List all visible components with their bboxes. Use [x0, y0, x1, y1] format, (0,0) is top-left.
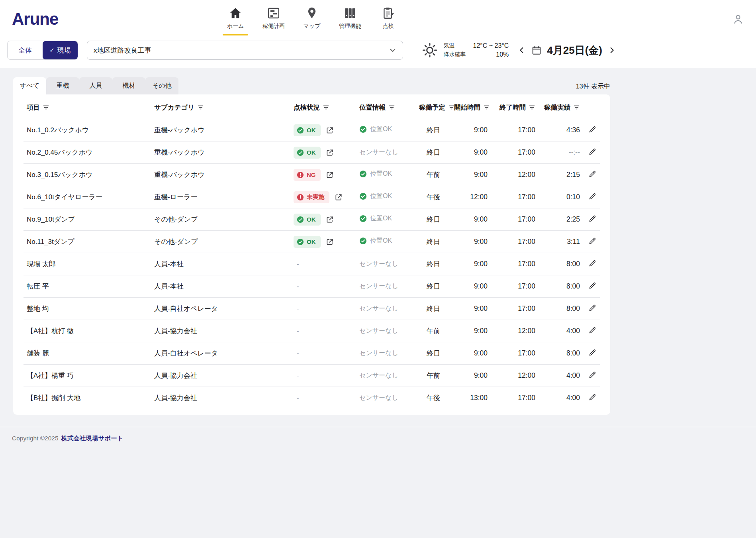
external-link-icon[interactable] [335, 193, 343, 201]
cell-item: 舗装 麗 [24, 342, 151, 365]
tab-all[interactable]: すべて [13, 77, 46, 94]
cell-edit [583, 253, 600, 275]
inspection-status-label: OK [307, 216, 316, 223]
cell-start: 9:00 [451, 365, 491, 387]
inspection-status-badge: OK [294, 124, 321, 136]
nav-item-admin[interactable]: 管理機能 [333, 3, 368, 35]
inspection-empty: - [294, 372, 299, 379]
cell-subcategory: 人員-自社オペレータ [151, 342, 290, 365]
inspection-status-label: 未実施 [307, 193, 325, 201]
filter-icon[interactable] [43, 104, 49, 112]
filter-icon[interactable] [323, 104, 329, 112]
cell-end: 17:00 [491, 186, 539, 208]
cell-edit [583, 298, 600, 320]
cell-start: 13:00 [451, 387, 491, 409]
external-link-icon[interactable] [326, 171, 334, 179]
calendar-icon [531, 45, 542, 55]
tab-equipment[interactable]: 機材 [112, 77, 145, 94]
cell-item: No.3_0.15バックホウ [24, 164, 151, 186]
cell-location: センサーなし [356, 275, 416, 298]
edit-row-button[interactable] [588, 125, 597, 134]
cell-inspection: - [290, 253, 356, 275]
nav-item-home[interactable]: ホーム [218, 3, 253, 35]
cell-item: 【B社】掘削 大地 [24, 387, 151, 409]
filter-icon[interactable] [529, 104, 535, 112]
cell-item: No.11_3tダンプ [24, 231, 151, 253]
edit-row-button[interactable] [588, 214, 597, 223]
column-label: 終了時間 [499, 104, 526, 111]
cell-actual: 4:00 [539, 320, 583, 342]
column-header-start: 開始時間 [451, 95, 491, 119]
cell-location: 位置OK [356, 186, 416, 208]
scope-site-button[interactable]: ✓ 現場 [43, 41, 78, 59]
filter-icon[interactable] [388, 104, 395, 112]
cell-end: 12:00 [491, 164, 539, 186]
cell-inspection: - [290, 365, 356, 387]
nav-item-map[interactable]: マップ [294, 3, 329, 35]
cell-actual: 2:25 [539, 208, 583, 231]
user-menu-button[interactable] [732, 13, 744, 25]
nav-item-inspection[interactable]: 点検 [371, 3, 406, 35]
cell-location: 位置OK [356, 208, 416, 231]
cell-actual: 8:00 [539, 342, 583, 365]
location-status: 位置OK [359, 214, 392, 223]
nav-item-label: 管理機能 [339, 23, 361, 30]
inspection-status-badge: NG [294, 169, 321, 181]
filter-icon[interactable] [197, 104, 204, 112]
cell-inspection: 未実施 [290, 186, 356, 208]
location-label: センサーなし [359, 304, 398, 313]
tab-heavy[interactable]: 重機 [46, 77, 79, 94]
edit-row-button[interactable] [588, 147, 597, 156]
edit-row-button[interactable] [588, 326, 597, 334]
location-status: 位置OK [359, 237, 392, 245]
site-selector-value: x地区道路改良工事 [94, 46, 151, 55]
edit-row-button[interactable] [588, 259, 597, 267]
edit-row-button[interactable] [588, 348, 597, 357]
edit-row-button[interactable] [588, 170, 597, 178]
site-selector[interactable]: x地区道路改良工事 [87, 41, 403, 60]
brand-logo[interactable]: Arune [12, 10, 58, 29]
cell-inspection: - [290, 387, 356, 409]
inspection-status-badge: OK [294, 147, 321, 159]
column-header-item: 項目 [24, 95, 151, 119]
external-link-icon[interactable] [326, 238, 334, 246]
inspection-status-badge: OK [294, 236, 321, 248]
edit-row-button[interactable] [588, 393, 597, 401]
edit-row-button[interactable] [588, 371, 597, 379]
cell-actual: --:-- [539, 141, 583, 164]
table-row: No.9_10tダンプその他-ダンプOK位置OK終日9:0017:002:25 [24, 208, 600, 231]
edit-row-button[interactable] [588, 192, 597, 200]
edit-row-button[interactable] [588, 304, 597, 312]
filter-icon[interactable] [573, 104, 580, 112]
cell-item: No.6_10tタイヤローラー [24, 186, 151, 208]
cell-item: 【A社】楊重 巧 [24, 365, 151, 387]
cell-edit [583, 231, 600, 253]
nav-item-plan[interactable]: 稼働計画 [256, 3, 291, 35]
cell-subcategory: 重機-ローラー [151, 186, 290, 208]
scope-all-button[interactable]: 全体 [8, 41, 43, 59]
inspection-status-badge: 未実施 [294, 191, 329, 203]
cell-actual: 4:36 [539, 119, 583, 141]
location-status: センサーなし [359, 282, 398, 291]
tab-other[interactable]: その他 [145, 77, 178, 94]
cell-start: 9:00 [451, 208, 491, 231]
company-link[interactable]: 株式会社現場サポート [61, 434, 123, 443]
check-circle-icon [297, 216, 304, 223]
alert-circle-icon [297, 194, 304, 201]
edit-row-button[interactable] [588, 281, 597, 290]
nav-item-label: 点検 [383, 23, 394, 30]
edit-row-button[interactable] [588, 237, 597, 245]
external-link-icon[interactable] [326, 216, 334, 224]
external-link-icon[interactable] [326, 126, 334, 134]
external-link-icon[interactable] [326, 149, 334, 157]
cell-end: 17:00 [491, 275, 539, 298]
alert-circle-icon [297, 171, 304, 179]
cell-edit [583, 141, 600, 164]
filter-icon[interactable] [483, 104, 490, 112]
inspection-empty: - [294, 283, 299, 290]
prev-day-button[interactable] [517, 46, 526, 55]
cell-schedule: 午前 [416, 320, 451, 342]
tab-personnel[interactable]: 人員 [79, 77, 112, 94]
location-label: センサーなし [359, 394, 398, 402]
next-day-button[interactable] [607, 46, 616, 55]
